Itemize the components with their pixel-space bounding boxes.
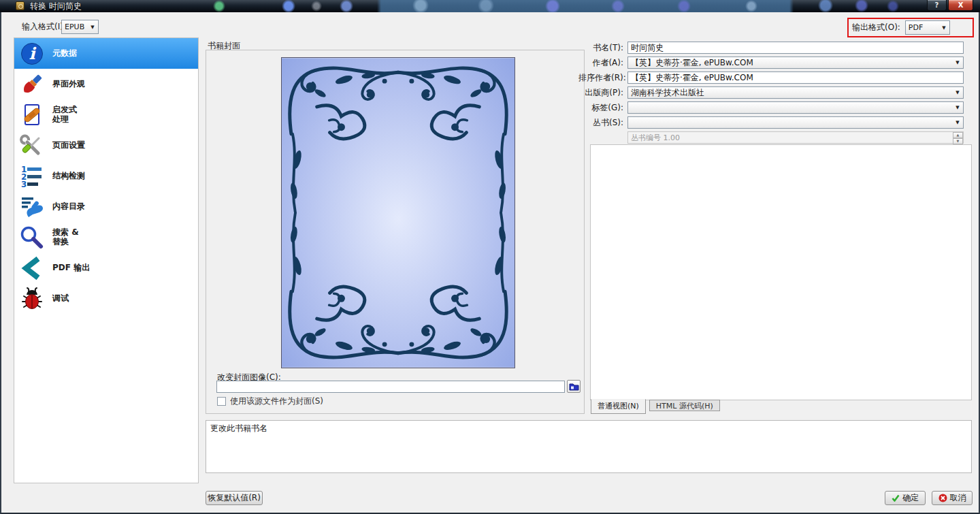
output-format-highlight-box: 输出格式(O): PDF ▼ (847, 18, 974, 37)
chevron-left-icon (20, 256, 44, 280)
numbered-list-icon: 1 2 3 (20, 164, 44, 189)
series-combo[interactable]: ▼ (627, 116, 964, 129)
bug-icon (20, 287, 44, 311)
paintbrush-icon (20, 72, 44, 97)
conversion-sections-sidebar: i 元数据 界面外观 启发式 处理 (14, 37, 199, 483)
spin-up-icon[interactable]: ▲ (953, 132, 963, 138)
sidebar-item-page-setup[interactable]: 页面设置 (14, 130, 198, 161)
sidebar-item-pdf-output[interactable]: PDF 输出 (14, 253, 198, 283)
tab-normal-view[interactable]: 普通视图(N) (591, 399, 646, 414)
svg-text:3: 3 (21, 180, 27, 189)
authors-label: 作者(A): (578, 57, 627, 69)
publisher-label: 出版商(P): (578, 86, 627, 99)
info-icon: i (20, 42, 44, 66)
use-source-label: 使用该源文件作为封面(S) (230, 396, 323, 407)
sidebar-item-metadata[interactable]: i 元数据 (14, 38, 198, 69)
sidebar-item-heuristics[interactable]: 启发式 处理 (14, 99, 198, 130)
input-format-select[interactable]: EPUB ▼ (61, 20, 99, 34)
comments-view-tabs: 普通视图(N) HTML 源代码(H) (591, 400, 720, 414)
cancel-button[interactable]: 取消 (932, 491, 973, 505)
help-text-panel: 更改此书籍书名 (206, 420, 972, 473)
author-sort-label: 排序作者(R): (578, 71, 627, 84)
title-input[interactable] (627, 42, 964, 54)
output-format-select[interactable]: PDF ▼ (905, 20, 950, 35)
tags-label: 标签(G): (578, 101, 627, 114)
metadata-form: 书名(T): 作者(A): 【英】史蒂芬·霍金, ePUBw.COM ▼ 排序作… (578, 42, 968, 146)
cancel-cross-icon (938, 494, 947, 502)
publisher-combo[interactable]: 湖南科学技术出版社 ▼ (627, 86, 964, 99)
window-title: 转换 时间简史 (30, 0, 82, 12)
help-text: 更改此书籍书名 (210, 423, 267, 433)
search-icon (20, 225, 44, 250)
comments-editor[interactable] (590, 144, 972, 400)
sidebar-item-search-replace[interactable]: 搜索 & 替换 (14, 222, 198, 253)
tools-icon (20, 133, 44, 158)
tags-combo[interactable]: ▼ (627, 101, 964, 114)
heuristics-icon (20, 103, 44, 127)
restore-defaults-button[interactable]: 恢复默认值(R) (206, 491, 263, 505)
check-icon (892, 494, 900, 502)
window-icon (16, 1, 24, 10)
tab-html-source[interactable]: HTML 源代码(H) (649, 400, 720, 411)
chevron-down-icon: ▼ (938, 25, 949, 31)
window-titlebar[interactable]: 转换 时间简史 ? X (0, 0, 980, 12)
output-format-label: 输出格式(O): (852, 22, 900, 33)
chevron-down-icon: ▼ (952, 105, 963, 110)
cover-path-input[interactable] (216, 381, 565, 393)
series-index-spinner[interactable]: 丛书编号 1.00 ▲ ▼ (627, 131, 964, 144)
window-help-button[interactable]: ? (927, 0, 947, 11)
cover-image (281, 57, 515, 368)
sidebar-item-structure-detection[interactable]: 1 2 3 结构检测 (14, 161, 198, 191)
chevron-down-icon: ▼ (952, 120, 963, 125)
window-close-button[interactable]: X (948, 0, 973, 11)
browse-cover-button[interactable] (567, 380, 581, 393)
toc-hand-icon (20, 195, 44, 219)
chevron-down-icon: ▼ (87, 25, 98, 30)
use-source-checkbox[interactable] (217, 397, 226, 406)
authors-combo[interactable]: 【英】史蒂芬·霍金, ePUBw.COM ▼ (627, 57, 964, 69)
ok-button[interactable]: 确定 (885, 491, 926, 505)
author-sort-input[interactable] (627, 71, 964, 84)
series-label: 丛书(S): (578, 116, 627, 129)
input-format-label: 输入格式(I): (22, 20, 66, 34)
title-label: 书名(T): (578, 42, 627, 54)
image-folder-icon (569, 382, 579, 391)
sidebar-item-debug[interactable]: 调试 (14, 283, 198, 314)
spin-down-icon[interactable]: ▼ (953, 138, 963, 144)
convert-dialog-body: 输入格式(I): EPUB ▼ 输出格式(O): PDF ▼ i 元数据 (0, 12, 980, 514)
sidebar-item-table-of-contents[interactable]: 内容目录 (14, 191, 198, 222)
chevron-down-icon: ▼ (952, 90, 963, 95)
sidebar-item-look-and-feel[interactable]: 界面外观 (14, 69, 198, 99)
chevron-down-icon: ▼ (952, 60, 963, 65)
